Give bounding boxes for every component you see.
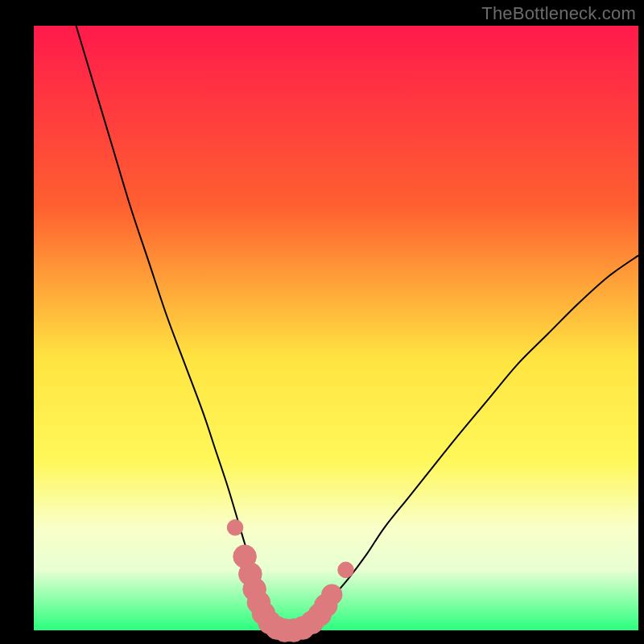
data-marker	[321, 584, 342, 605]
data-marker	[227, 520, 243, 536]
watermark-text: TheBottleneck.com	[481, 3, 636, 24]
bottleneck-chart	[0, 0, 644, 644]
plot-background	[34, 26, 638, 630]
chart-frame: TheBottleneck.com	[0, 0, 644, 644]
data-marker	[338, 562, 354, 578]
